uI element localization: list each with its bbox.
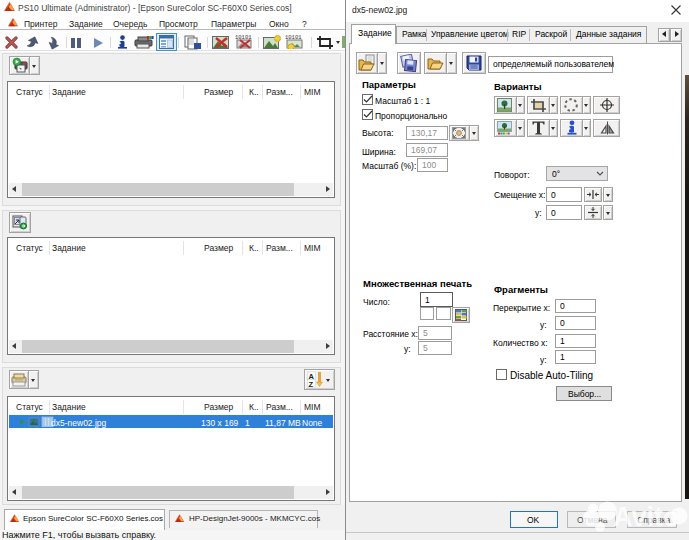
svg-text:Avito: Avito	[613, 502, 680, 532]
svg-text:Z: Z	[309, 380, 314, 389]
